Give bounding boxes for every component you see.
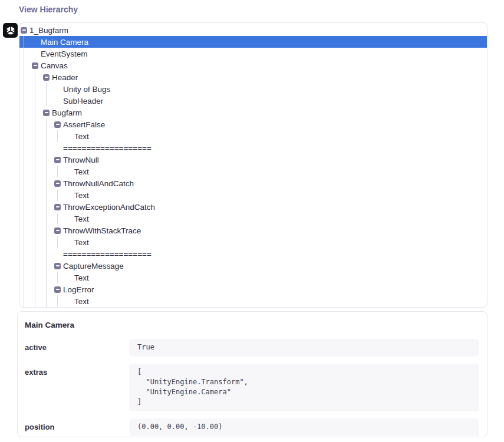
tree-item-label: Text bbox=[74, 297, 89, 306]
property-key: extras bbox=[25, 364, 129, 411]
tree-item-label: ThrowNullAndCatch bbox=[63, 179, 134, 188]
tree-item-assertfalse[interactable]: AssertFalse bbox=[19, 118, 487, 130]
tree-item-label: Unity of Bugs bbox=[63, 85, 110, 94]
collapse-minus-icon[interactable] bbox=[54, 227, 61, 234]
tree-item-label: Text bbox=[74, 167, 89, 176]
tree-item-label: Bugfarm bbox=[52, 108, 82, 117]
collapse-minus-icon[interactable] bbox=[54, 180, 61, 187]
tree-item-text[interactable]: Text bbox=[19, 236, 487, 248]
tree-item-subheader[interactable]: SubHeader bbox=[19, 95, 487, 107]
tree-item-label: =================== bbox=[63, 250, 151, 259]
unity-logo-icon bbox=[3, 23, 18, 38]
tree-item-label: AssertFalse bbox=[63, 120, 105, 129]
hierarchy-tree: 1_BugfarmMain CameraEventSystemCanvasHea… bbox=[19, 23, 487, 307]
tree-item-label: Canvas bbox=[41, 61, 68, 70]
tree-item-canvas[interactable]: Canvas bbox=[19, 60, 487, 71]
collapse-minus-icon[interactable] bbox=[54, 263, 61, 269]
hierarchy-panel: 1_BugfarmMain CameraEventSystemCanvasHea… bbox=[19, 22, 487, 308]
tree-item-bugfarm[interactable]: Bugfarm bbox=[19, 107, 487, 118]
tree-item-label: EventSystem bbox=[41, 50, 88, 58]
tree-item-text[interactable]: Text bbox=[19, 130, 487, 142]
property-value: [ "UnityEngine.Transform", "UnityEngine.… bbox=[129, 364, 479, 411]
tree-item-thrownullandcatch[interactable]: ThrowNullAndCatch bbox=[19, 177, 487, 189]
tree-item-main-camera[interactable]: Main Camera bbox=[19, 36, 487, 48]
tree-item-label: SubHeader bbox=[63, 97, 103, 105]
tree-item-label: =================== bbox=[63, 144, 151, 153]
tree-item-label: Text bbox=[74, 132, 89, 141]
tree-item-label: ThrowExceptionAndCatch bbox=[63, 203, 155, 212]
tree-item-header[interactable]: Header bbox=[19, 71, 487, 83]
collapse-minus-icon[interactable] bbox=[43, 74, 50, 81]
tree-item-text[interactable]: Text bbox=[19, 295, 487, 307]
tree-item-label: LogError bbox=[63, 285, 94, 294]
unity-cube-glyph bbox=[5, 25, 16, 36]
collapse-minus-icon[interactable] bbox=[21, 27, 27, 34]
tree-item-throwexceptionandcatch[interactable]: ThrowExceptionAndCatch bbox=[19, 201, 487, 213]
tree-item-thrownull[interactable]: ThrowNull bbox=[19, 154, 487, 166]
tree-item-capturemessage[interactable]: CaptureMessage bbox=[19, 260, 487, 272]
tree-item-label: Header bbox=[52, 73, 78, 82]
collapse-minus-icon[interactable] bbox=[54, 286, 61, 293]
tree-item-label: ThrowWithStackTrace bbox=[63, 226, 141, 235]
property-key: position bbox=[25, 418, 129, 436]
property-row: extras[ "UnityEngine.Transform", "UnityE… bbox=[25, 364, 479, 411]
tree-item-logerror[interactable]: LogError bbox=[19, 283, 487, 295]
property-list: activeTrueextras[ "UnityEngine.Transform… bbox=[25, 339, 479, 436]
collapse-minus-icon[interactable] bbox=[54, 121, 61, 128]
tree-item-separator[interactable]: =================== bbox=[19, 142, 487, 154]
collapse-minus-icon[interactable] bbox=[43, 110, 50, 116]
tree-item-label: Text bbox=[74, 215, 89, 223]
tree-item-1-bugfarm[interactable]: 1_Bugfarm bbox=[19, 24, 487, 36]
property-row: position(0.00, 0.00, -10.00) bbox=[25, 418, 479, 436]
collapse-minus-icon[interactable] bbox=[54, 204, 61, 210]
tree-item-unity-of-bugs[interactable]: Unity of Bugs bbox=[19, 83, 487, 95]
tree-item-text[interactable]: Text bbox=[19, 166, 487, 177]
tree-item-label: ThrowNull bbox=[63, 156, 99, 164]
property-value: (0.00, 0.00, -10.00) bbox=[129, 418, 479, 436]
tree-item-label: Main Camera bbox=[41, 38, 88, 47]
tree-item-eventsystem[interactable]: EventSystem bbox=[19, 48, 487, 60]
tree-item-text[interactable]: Text bbox=[19, 189, 487, 201]
node-details-panel: Main Camera activeTrueextras[ "UnityEngi… bbox=[17, 311, 487, 437]
property-value: True bbox=[129, 339, 479, 357]
tree-item-text[interactable]: Text bbox=[19, 213, 487, 225]
tree-item-label: Text bbox=[74, 191, 89, 200]
property-row: activeTrue bbox=[25, 339, 479, 357]
tree-item-throwwithstacktrace[interactable]: ThrowWithStackTrace bbox=[19, 225, 487, 236]
tree-item-label: CaptureMessage bbox=[63, 262, 124, 271]
collapse-minus-icon[interactable] bbox=[32, 62, 38, 69]
tree-item-label: Text bbox=[74, 238, 89, 247]
tree-item-separator[interactable]: =================== bbox=[19, 248, 487, 260]
tree-item-label: 1_Bugfarm bbox=[29, 26, 68, 35]
details-title: Main Camera bbox=[25, 321, 479, 329]
collapse-minus-icon[interactable] bbox=[54, 157, 61, 163]
page-title: View Hierarchy bbox=[19, 5, 78, 14]
property-key: active bbox=[25, 339, 129, 357]
tree-item-label: Text bbox=[74, 273, 89, 282]
tree-item-text[interactable]: Text bbox=[19, 272, 487, 283]
